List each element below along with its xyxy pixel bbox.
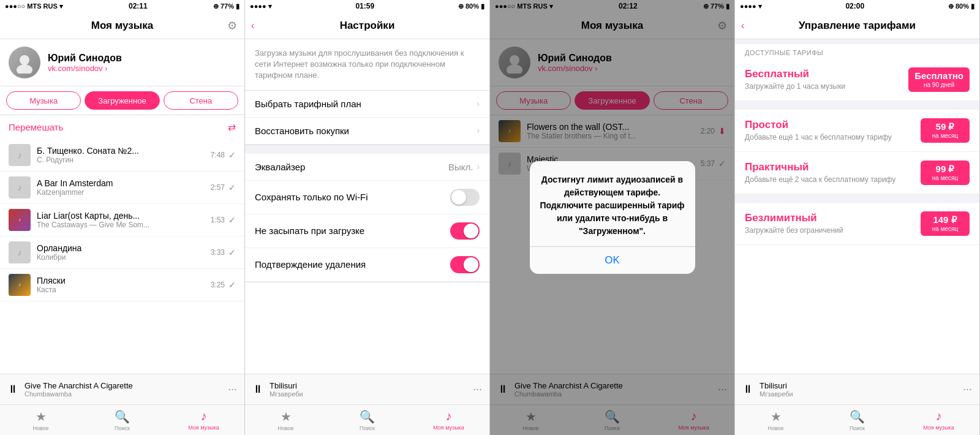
panel-settings: ●●●● ▾ 01:59 ⊕ 80% ▮ ‹ Настройки Загрузк… — [245, 0, 490, 435]
settings-label-confirm: Подтверждение удаления — [255, 259, 450, 270]
nav-item-search-2[interactable]: 🔍 Поиск — [326, 409, 408, 431]
track-title: Б. Тищенко. Соната №2... — [37, 146, 206, 156]
bottom-nav-4: ★ Новое 🔍 Поиск ♪ Моя музыка — [735, 404, 979, 435]
nav-item-search-1[interactable]: 🔍 Поиск — [81, 409, 163, 431]
track-thumb: ♪ — [9, 176, 31, 199]
spacer-2 — [245, 282, 489, 374]
settings-row-wifi[interactable]: Сохранять только по Wi-Fi — [245, 181, 489, 214]
tariff-item-practical[interactable]: Практичный Добавьте ещё 2 часа к бесплат… — [735, 152, 979, 194]
tariff-item-free[interactable]: Бесплатный Загружайте до 1 часа музыки Б… — [735, 59, 979, 101]
settings-row-sleep[interactable]: Не засыпать при загрузке — [245, 214, 489, 248]
music-list-1: ♪ Б. Тищенко. Соната №2... С. Родугин 7:… — [0, 139, 244, 374]
mini-player-4[interactable]: ⏸ Tbilisuri Мгзавреби ··· — [735, 374, 979, 404]
settings-row-confirm[interactable]: Подтверждение удаления — [245, 248, 489, 282]
toggle-confirm[interactable] — [450, 256, 480, 273]
list-item[interactable]: ♪ Орландина Колибри 3:33 ✓ — [0, 236, 244, 269]
toggle-wifi[interactable] — [450, 189, 480, 206]
nav-item-new-4[interactable]: ★ Новое — [735, 409, 816, 431]
mini-track-artist-1: Chumbawamba — [24, 390, 223, 398]
list-item[interactable]: ♪ A Bar In Amsterdam Katzenjammer 2:57 ✓ — [0, 172, 244, 204]
nav-label-new-2: Новое — [277, 425, 293, 431]
tariff-item-unlimited[interactable]: Безлимитный Загружайте без ограничений 1… — [735, 203, 979, 245]
nav-item-mymusic-4[interactable]: ♪ Моя музыка — [898, 409, 979, 431]
tariff-name-practical: Практичный — [745, 161, 921, 173]
mini-player-1[interactable]: ⏸ Give The Anarchist A Cigarette Chumbaw… — [0, 374, 244, 404]
alert-ok-button[interactable]: OK — [530, 247, 695, 274]
track-info: Пляски Каста — [37, 276, 206, 294]
chevron-right-icon: › — [477, 99, 480, 108]
nav-item-mymusic-2[interactable]: ♪ Моя музыка — [408, 409, 489, 431]
tariff-price-btn-unlimited[interactable]: 149 ₽ на месяц — [921, 211, 970, 236]
section-divider-t2 — [735, 194, 979, 203]
nav-label-search-2: Поиск — [360, 425, 375, 431]
back-button-2[interactable]: ‹ — [251, 20, 254, 31]
tab-wall-1[interactable]: Стена — [164, 91, 238, 110]
settings-value-eq: Выкл. — [448, 162, 473, 172]
track-duration: 7:48 — [211, 151, 225, 159]
nav-item-search-4[interactable]: 🔍 Поиск — [816, 409, 898, 431]
pause-icon-4[interactable]: ⏸ — [742, 383, 753, 396]
nav-item-mymusic-1[interactable]: ♪ Моя музыка — [163, 409, 244, 431]
more-icon-1[interactable]: ··· — [228, 383, 237, 396]
music-icon-1: ♪ — [201, 409, 207, 423]
settings-row-eq[interactable]: Эквалайзер Выкл. › — [245, 154, 489, 181]
track-artist: Katzenjammer — [37, 188, 206, 197]
nav-label-mymusic-1: Моя музыка — [188, 425, 219, 431]
more-icon-2[interactable]: ··· — [473, 383, 482, 396]
back-button-4[interactable]: ‹ — [741, 20, 744, 31]
track-title: A Bar In Amsterdam — [37, 178, 206, 188]
alert-box: Достигнут лимит аудиозаписей в действующ… — [530, 161, 695, 274]
nav-label-new-1: Новое — [32, 425, 48, 431]
track-thumb: ♪ — [9, 241, 31, 263]
toggle-sleep[interactable] — [450, 222, 480, 240]
mini-track-info-1: Give The Anarchist A Cigarette Chumbawam… — [24, 381, 223, 398]
star-icon-4: ★ — [771, 409, 782, 424]
nav-label-search-1: Поиск — [115, 425, 130, 431]
tariff-item-simple[interactable]: Простой Добавьте ещё 1 час к бесплатному… — [735, 110, 979, 152]
pause-icon-2[interactable]: ⏸ — [252, 383, 263, 396]
tariff-price-sub-simple: на месяц — [927, 132, 963, 139]
tab-music-1[interactable]: Музыка — [6, 91, 81, 110]
shuffle-text-1[interactable]: Перемешать — [9, 122, 63, 132]
star-icon-2: ★ — [281, 409, 292, 424]
settings-row-restore[interactable]: Восстановить покупки › — [245, 118, 489, 145]
shuffle-icon-1[interactable]: ⇄ — [228, 121, 236, 133]
mini-player-2[interactable]: ⏸ Tbilisuri Мгзавреби ··· — [245, 374, 489, 404]
profile-name-1: Юрий Синодов — [48, 53, 122, 64]
list-item[interactable]: ♪ Б. Тищенко. Соната №2... С. Родугин 7:… — [0, 139, 244, 172]
list-item[interactable]: ♪ Liar Liar(ost Карты, день... The Casta… — [0, 204, 244, 236]
status-left-2: ●●●● ▾ — [250, 2, 272, 10]
status-left-4: ●●●● ▾ — [740, 2, 762, 10]
tariff-name-simple: Простой — [745, 119, 921, 131]
track-thumb: ♪ — [9, 274, 31, 296]
tab-downloaded-1[interactable]: Загруженное — [85, 91, 159, 110]
status-time-4: 02:00 — [845, 2, 864, 10]
gear-icon-1[interactable]: ⚙ — [227, 19, 237, 32]
music-icon-4: ♪ — [936, 409, 942, 423]
svg-point-0 — [20, 55, 29, 65]
mini-track-title-4: Tbilisuri — [760, 381, 958, 390]
track-duration: 3:25 — [211, 281, 225, 289]
tariff-price-btn-simple[interactable]: 59 ₽ на месяц — [921, 118, 970, 143]
tariff-price-btn-free[interactable]: Бесплатно на 90 дней — [908, 67, 970, 92]
settings-row-tariff[interactable]: Выбрать тарифный план › — [245, 91, 489, 118]
track-duration: 2:57 — [211, 183, 225, 192]
nav-item-new-1[interactable]: ★ Новое — [0, 409, 81, 431]
list-item[interactable]: ♪ Пляски Каста 3:25 ✓ — [0, 269, 244, 301]
nav-item-new-2[interactable]: ★ Новое — [245, 409, 326, 431]
tariff-info-free: Бесплатный Загружайте до 1 часа музыки — [745, 68, 908, 92]
track-info: A Bar In Amsterdam Katzenjammer — [37, 178, 206, 197]
page-title-4: Управление тарифами — [799, 20, 916, 32]
panel-tariffs: ●●●● ▾ 02:00 ⊕ 80% ▮ ‹ Управление тарифа… — [735, 0, 980, 435]
profile-link-1[interactable]: vk.com/sinodov › — [48, 64, 122, 73]
tariff-price-main-practical: 99 ₽ — [927, 164, 963, 173]
alert-body: Достигнут лимит аудиозаписей в действующ… — [530, 161, 695, 246]
status-right-1: ⊕ 77% ▮ — [213, 2, 239, 10]
more-icon-4[interactable]: ··· — [963, 383, 972, 396]
profile-section-1[interactable]: Юрий Синодов vk.com/sinodov › — [0, 39, 244, 86]
settings-group-1: Выбрать тарифный план › Восстановить пок… — [245, 91, 489, 145]
pause-icon-1[interactable]: ⏸ — [7, 383, 18, 396]
track-check-icon: ✓ — [228, 150, 236, 160]
settings-description: Загрузка музыки для прослушивания без по… — [245, 39, 489, 91]
tariff-price-btn-practical[interactable]: 99 ₽ на месяц — [921, 161, 970, 185]
